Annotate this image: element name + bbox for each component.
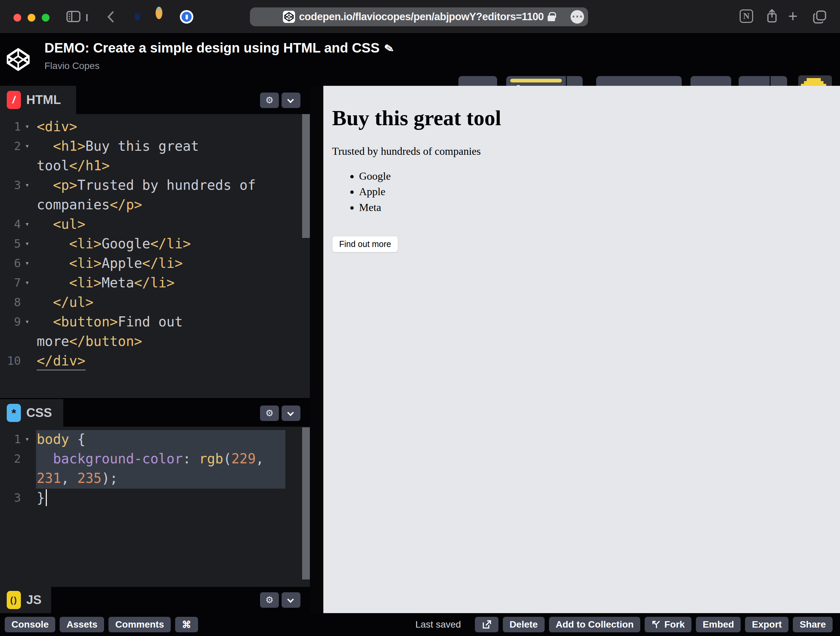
line-number: 3 (0, 488, 21, 507)
code-text: 231, 235); (37, 468, 118, 488)
minimize-window-button[interactable] (28, 14, 35, 22)
line-number: 1 (0, 430, 21, 449)
last-saved-status: Last saved (415, 619, 461, 630)
open-live-view-button[interactable] (475, 617, 499, 632)
preview-paragraph: Trusted by hundreds of companies (332, 145, 831, 157)
js-panel-header: () JS ⚙ (0, 587, 310, 613)
ring-extension-icon[interactable] (156, 10, 169, 24)
company-list-item: Apple (359, 184, 831, 199)
fold-arrow-icon[interactable]: ▾ (25, 175, 29, 195)
tab-html[interactable]: / HTML (0, 86, 76, 114)
line-number: 1 (0, 117, 21, 136)
fork-icon (651, 620, 661, 629)
code-line: 231, 235); (0, 468, 310, 488)
share-button[interactable]: Share (793, 617, 832, 632)
preview-heading: Buy this great tool (332, 105, 831, 131)
sidebar-toggle-icon[interactable] (66, 10, 81, 23)
line-number: 3 (0, 175, 21, 195)
code-line: 10</div> (0, 351, 310, 370)
code-text: companies</p> (37, 195, 142, 214)
fold-arrow-icon[interactable]: ▾ (25, 136, 29, 156)
sidebar-chevron-icon[interactable] (86, 14, 88, 20)
tab-css[interactable]: * CSS (0, 399, 63, 427)
code-text: <li>Apple</li> (37, 253, 183, 273)
code-line: 8 </ul> (0, 293, 310, 312)
css-panel-header: * CSS ⚙ (0, 399, 310, 427)
code-line: 9▾ <button>Find out (0, 312, 310, 331)
notion-extension-icon[interactable]: N (740, 9, 753, 23)
company-list: GoogleAppleMeta (332, 168, 831, 215)
fold-arrow-icon[interactable]: ▾ (25, 253, 29, 273)
html-panel-header: / HTML ⚙ (0, 86, 310, 114)
close-window-button[interactable] (13, 14, 21, 22)
command-button[interactable]: ⌘ (175, 617, 198, 632)
code-line: 4▾ <ul> (0, 214, 310, 234)
company-list-item: Google (359, 168, 831, 184)
line-number: 7 (0, 273, 21, 293)
content-blocker-extension-icon[interactable] (131, 10, 144, 24)
html-collapse-button[interactable] (281, 93, 300, 108)
code-text: body { (37, 430, 85, 449)
add-to-collection-button[interactable]: Add to Collection (549, 617, 641, 632)
code-line: more</button> (0, 331, 310, 351)
line-number: 5 (0, 234, 21, 253)
codepen-logo[interactable] (7, 48, 30, 71)
back-icon[interactable] (106, 11, 115, 23)
codepen-header: DEMO: Create a simple design using HTML … (0, 33, 840, 86)
tab-js[interactable]: () JS (0, 587, 51, 613)
fold-arrow-icon[interactable]: ▾ (25, 273, 29, 293)
line-number: 8 (0, 293, 21, 312)
line-number: 6 (0, 253, 21, 273)
code-text: <div> (37, 117, 77, 136)
code-text: </div> (37, 351, 85, 370)
chevron-down-icon (287, 97, 294, 103)
preview-pane: Buy this great tool Trusted by hundreds … (323, 86, 840, 613)
js-collapse-button[interactable] (281, 592, 300, 608)
css-settings-button[interactable]: ⚙ (260, 406, 279, 421)
pen-author: Flavio Copes (44, 61, 99, 71)
find-out-more-button[interactable]: Find out more (332, 236, 398, 252)
code-line: 1▾<div> (0, 117, 310, 136)
share-icon[interactable] (765, 8, 779, 25)
fold-arrow-icon[interactable]: ▾ (25, 312, 29, 331)
export-button[interactable]: Export (745, 617, 788, 632)
console-button[interactable]: Console (5, 617, 55, 632)
code-line: 5▾ <li>Google</li> (0, 234, 310, 253)
edit-title-icon[interactable]: ✎ (383, 41, 395, 56)
fork-button[interactable]: Fork (645, 617, 692, 632)
html-editor[interactable]: 1▾<div>2▾ <h1>Buy this greattool</h1>3▾ … (0, 114, 310, 398)
footer-bar: ConsoleAssetsComments⌘ Last saved Delete… (0, 613, 840, 636)
tab-overview-icon[interactable] (812, 9, 827, 24)
fold-arrow-icon[interactable]: ▾ (25, 117, 29, 136)
embed-button[interactable]: Embed (696, 617, 741, 632)
address-bar[interactable]: codepen.io/flaviocopes/pen/abjpowY?edito… (250, 8, 588, 26)
code-text: <ul> (37, 214, 85, 234)
js-settings-button[interactable]: ⚙ (260, 592, 279, 608)
css-collapse-button[interactable] (281, 406, 300, 421)
code-line: tool</h1> (0, 156, 310, 175)
zoom-window-button[interactable] (42, 14, 49, 22)
panel-resizer[interactable] (310, 86, 323, 613)
more-options-icon[interactable]: ⋯ (570, 10, 584, 24)
code-text: background-color: rgb(229, (37, 449, 264, 468)
fold-arrow-icon[interactable]: ▾ (25, 214, 29, 234)
delete-button[interactable]: Delete (503, 617, 545, 632)
fold-arrow-icon[interactable]: ▾ (25, 430, 29, 449)
gear-icon: ⚙ (265, 596, 273, 605)
code-line: 2 background-color: rgb(229, (0, 449, 310, 468)
code-text: more</button> (37, 331, 142, 351)
external-link-icon (482, 620, 492, 630)
code-text: } (37, 488, 45, 507)
assets-button[interactable]: Assets (60, 617, 104, 632)
fold-arrow-icon[interactable]: ▾ (25, 234, 29, 253)
company-list-item: Meta (359, 200, 831, 215)
code-text: </ul> (37, 293, 94, 312)
new-tab-icon[interactable]: + (788, 9, 797, 23)
password-manager-extension-icon[interactable] (180, 10, 193, 24)
html-icon: / (7, 91, 21, 109)
comments-button[interactable]: Comments (109, 617, 171, 632)
html-settings-button[interactable]: ⚙ (260, 93, 279, 108)
css-editor[interactable]: 1▾body {2 background-color: rgb(229,231,… (0, 427, 310, 587)
code-line: 1▾body { (0, 430, 310, 449)
chevron-down-icon (287, 596, 294, 603)
